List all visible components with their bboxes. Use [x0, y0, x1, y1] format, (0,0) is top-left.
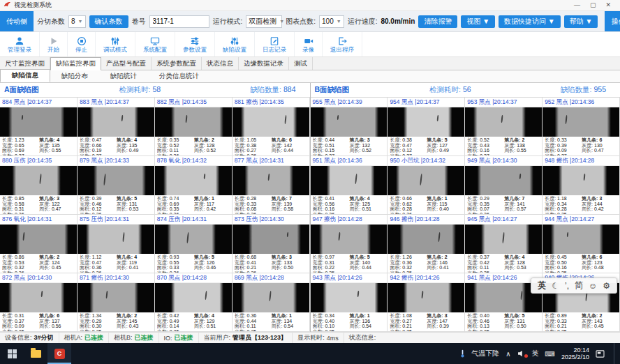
defect-cell[interactable]: 872 黑点 |20:14:30长度:0.31宽度:0.37面积:0.09米数:… [0, 273, 78, 332]
exit-button[interactable]: 退出程序 [323, 32, 362, 56]
defect-cell[interactable]: 954 黑点 |20:14:37长度:0.38宽度:0.47面积:0.12米数:… [388, 98, 465, 156]
roll-number-input[interactable] [149, 15, 209, 28]
data-quick-access-button[interactable]: 数据快捷访问 ▼ [499, 15, 561, 28]
defect-cell[interactable]: 876 氧化 |20:14:31长度:0.86宽度:0.53面积:0.32米数:… [0, 215, 78, 273]
ime-moon-icon[interactable]: ☾ [552, 281, 559, 291]
defect-button[interactable]: 缺陷设置 [215, 32, 255, 56]
system-button[interactable]: 系统配置 [135, 32, 175, 56]
defect-image[interactable] [78, 107, 154, 137]
defect-cell[interactable]: 879 黑点 |20:14:33长度:0.39宽度:0.46面积:0.12米数:… [78, 156, 155, 215]
ime-simplified-toggle[interactable]: 简 [575, 280, 583, 291]
defect-image[interactable] [155, 282, 232, 312]
defect-image[interactable] [542, 165, 619, 195]
slit-count-select[interactable]: 8▼ [68, 15, 86, 28]
defect-image[interactable] [232, 282, 309, 312]
defect-cell[interactable]: 881 擦伤 |20:14:35长度:1.05宽度:0.38面积:0.27米数:… [232, 98, 310, 156]
volume-icon[interactable] [517, 350, 526, 357]
subtab-1[interactable]: 缺陷分布 [50, 70, 99, 82]
subtab-0[interactable]: 缺陷信息 [0, 69, 50, 82]
keyboard-icon[interactable]: ⌨ [545, 350, 555, 358]
defect-cell[interactable]: 875 压伤 |20:14:31长度:1.12宽度:0.47面积:0.36米数:… [78, 215, 155, 273]
ime-language-toggle[interactable]: 英 [538, 280, 546, 291]
run-mode-select[interactable]: 双面检测▼ [246, 15, 282, 28]
defect-image[interactable] [78, 224, 154, 254]
defect-cell[interactable]: 877 黑点 |20:14:31长度:0.28宽度:0.33面积:0.08米数:… [232, 156, 310, 215]
maximize-button[interactable]: ▢ [590, 0, 596, 10]
defect-image[interactable] [311, 282, 388, 312]
defect-image[interactable] [311, 165, 388, 195]
tab-1[interactable]: 缺陷监控界面 [50, 57, 101, 70]
defect-image[interactable] [232, 165, 309, 195]
defect-cell[interactable]: 949 黑点 |20:14:30长度:0.29宽度:0.35面积:0.07米数:… [465, 156, 542, 215]
stop-button[interactable]: 停止 [68, 32, 96, 56]
ime-emoji-icon[interactable]: ☺ [589, 281, 597, 291]
clear-alarm-button[interactable]: 清除报警 [418, 15, 457, 28]
weather-text[interactable]: 气温下降 [471, 349, 499, 358]
defect-image[interactable] [232, 224, 309, 254]
defect-cell[interactable]: 953 黑点 |20:14:37长度:0.52宽度:0.43面积:0.16米数:… [465, 98, 542, 156]
tab-5[interactable]: 边缘数据记录 [239, 57, 289, 70]
defect-cell[interactable]: 955 黑点 |20:14:39长度:0.44宽度:0.51面积:0.15米数:… [311, 98, 388, 156]
close-button[interactable]: ✕ [605, 0, 611, 10]
defect-image[interactable] [78, 282, 154, 312]
debug-button[interactable]: 调试模式 [96, 32, 135, 56]
defect-cell[interactable]: 878 氧化 |20:14:32长度:0.74宽度:0.69面积:0.35米数:… [155, 156, 232, 215]
defect-image[interactable] [232, 107, 309, 137]
file-explorer-button[interactable] [24, 343, 47, 364]
defect-cell[interactable]: 869 黑点 |20:14:28长度:0.36宽度:0.44面积:0.11米数:… [232, 273, 310, 332]
defect-image[interactable] [78, 165, 154, 195]
log-button[interactable]: 日志记录 [255, 32, 295, 56]
defect-cell[interactable]: 946 擦伤 |20:14:28长度:1.26宽度:0.36面积:0.32米数:… [388, 215, 465, 273]
taskbar-clock[interactable]: 20:14 2025/2/10 [561, 347, 589, 361]
defect-cell[interactable]: 952 黑点 |20:14:36长度:0.33宽度:0.39面积:0.09米数:… [542, 98, 620, 156]
drive-side-button[interactable]: 传动侧 [0, 11, 34, 31]
defect-image[interactable] [388, 107, 464, 137]
defect-cell[interactable]: 950 小凹坑 |20:14:32长度:0.66宽度:0.62面积:0.28米数… [388, 156, 465, 215]
login-button[interactable]: 管理登录 [0, 32, 40, 56]
defect-cell[interactable]: 944 黑点 |20:14:27长度:0.45宽度:0.50面积:0.16米数:… [542, 215, 620, 273]
record-button[interactable]: 录像 [295, 32, 323, 56]
defect-cell[interactable]: 883 黑点 |20:14:37长度:0.47宽度:0.66面积:0.19米数:… [78, 98, 155, 156]
defect-cell[interactable]: 884 黑点 |20:14:37长度:1.23宽度:0.65面积:0.69米数:… [0, 98, 78, 156]
language-indicator[interactable]: 英 [532, 349, 539, 358]
ime-settings-gear-icon[interactable]: ⚙ [603, 281, 610, 291]
tab-0[interactable]: 尺寸监控界面 [0, 57, 50, 70]
defect-image[interactable] [542, 107, 619, 137]
confirm-count-button[interactable]: 确认条数 [89, 15, 128, 28]
defect-cell[interactable]: 948 擦伤 |20:14:28长度:1.18宽度:0.34面积:0.28米数:… [542, 156, 620, 215]
tab-2[interactable]: 产品型号配置 [101, 57, 152, 70]
ime-punctuation-toggle[interactable]: ’, [565, 281, 569, 291]
defect-image[interactable] [0, 224, 77, 254]
defect-image[interactable] [0, 282, 77, 312]
view-menu-button[interactable]: 视图 ▼ [461, 15, 495, 28]
defect-cell[interactable]: 882 黑点 |20:14:35长度:0.35宽度:0.52面积:0.11米数:… [155, 98, 232, 156]
help-menu-button[interactable]: 帮助 ▼ [564, 15, 598, 28]
defect-image[interactable] [311, 107, 388, 137]
defect-image[interactable] [155, 224, 232, 254]
defect-image[interactable] [311, 224, 388, 254]
start-button[interactable] [0, 343, 24, 364]
defect-cell[interactable]: 943 黑点 |20:14:26长度:0.34宽度:0.40面积:0.10米数:… [311, 273, 388, 332]
notification-center-icon[interactable] [596, 350, 605, 358]
defect-image[interactable] [388, 165, 464, 195]
defect-cell[interactable]: 880 压伤 |20:14:35长度:0.85宽度:0.58面积:0.31米数:… [0, 156, 78, 215]
defect-cell[interactable]: 874 压伤 |20:14:31长度:0.93宽度:0.55面积:0.33米数:… [155, 215, 232, 273]
tab-3[interactable]: 系统参数配置 [152, 57, 202, 70]
defect-image[interactable] [465, 107, 542, 137]
defect-image[interactable] [0, 107, 77, 137]
defect-image[interactable] [465, 224, 542, 254]
inspection-app-taskbar-button[interactable]: C [47, 343, 71, 364]
defect-image[interactable] [388, 282, 464, 312]
defect-image[interactable] [465, 165, 542, 195]
operate-side-button[interactable]: 操作侧 [605, 11, 620, 31]
defect-cell[interactable]: 947 擦伤 |20:14:28长度:0.97宽度:0.31面积:0.22米数:… [311, 215, 388, 273]
minimize-button[interactable]: — [574, 0, 580, 10]
defect-image[interactable] [0, 165, 77, 195]
params-button[interactable]: 参数设置 [175, 32, 215, 56]
defect-image[interactable] [388, 224, 464, 254]
defect-image[interactable] [155, 165, 232, 195]
subtab-2[interactable]: 缺陷统计 [99, 70, 148, 82]
defect-cell[interactable]: 871 擦伤 |20:14:30长度:1.34宽度:0.29面积:0.30米数:… [78, 273, 155, 332]
tab-4[interactable]: 状态信息 [202, 57, 239, 70]
defect-cell[interactable]: 873 压伤 |20:14:30长度:0.68宽度:0.41面积:0.21米数:… [232, 215, 310, 273]
